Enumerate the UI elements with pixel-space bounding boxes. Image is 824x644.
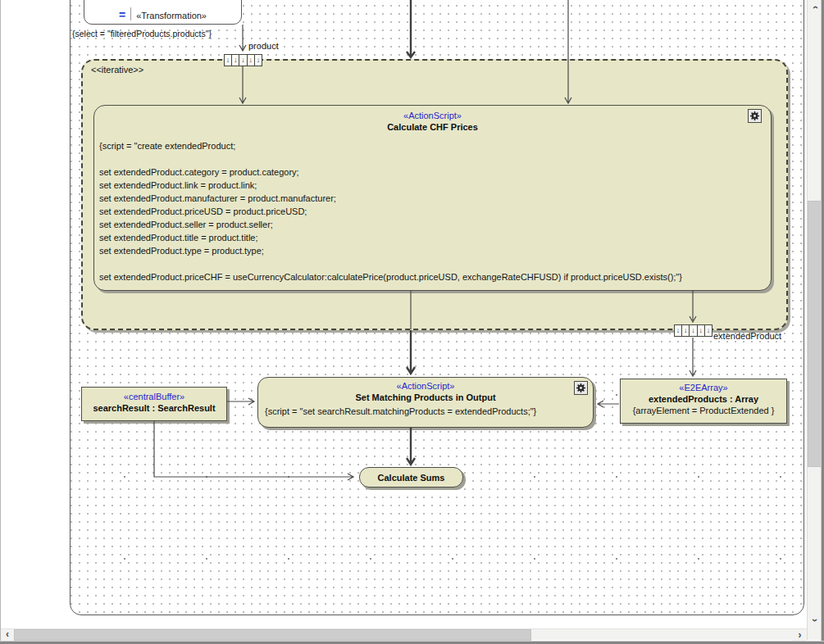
gear-glyph — [576, 383, 586, 393]
chf-title: Calculate CHF Prices — [94, 121, 771, 133]
pin-arrow-icon: ↓ — [675, 325, 682, 336]
scroll-right-button[interactable]: › — [793, 629, 807, 641]
array-stereotype: «E2EArray» — [621, 382, 786, 393]
select-constraint: {select = "filteredProducts.products"} — [72, 29, 212, 39]
pin-arrow-icon: ↓ — [239, 55, 247, 66]
array-constraint: {arrayElement = ProductExtended } — [621, 405, 786, 417]
array-title: extendedProducts : Array — [621, 393, 786, 405]
chevron-down-icon: › — [809, 619, 821, 622]
extendedproducts-array-node[interactable]: «E2EArray» extendedProducts : Array {arr… — [620, 379, 787, 424]
chf-stereotype: «ActionScript» — [94, 110, 771, 121]
vertical-scroll-thumb[interactable] — [808, 201, 822, 467]
buffer-stereotype: «centralBuffer» — [82, 391, 226, 402]
scroll-up-button[interactable]: › — [808, 0, 822, 14]
pin-arrow-icon: ↓ — [255, 55, 262, 66]
transformation-node[interactable]: = «Transformation» — [84, 0, 242, 25]
horizontal-scrollbar[interactable]: › › — [0, 628, 807, 640]
calculate-chf-prices-action[interactable]: «ActionScript» Calculate CHF Prices {scr… — [93, 105, 772, 291]
action-gear-icon — [748, 109, 762, 123]
pin-arrow-icon: ↓ — [225, 55, 232, 66]
pin-arrow-icon: ↓ — [690, 325, 697, 336]
scroll-down-button[interactable]: › — [808, 613, 822, 627]
product-pin-label: product — [248, 41, 279, 51]
equals-icon: = — [119, 9, 125, 20]
horizontal-scroll-thumb[interactable] — [14, 629, 531, 641]
sums-title: Calculate Sums — [378, 472, 445, 483]
transformation-stereotype: «Transformation» — [136, 11, 207, 20]
gear-glyph — [749, 111, 760, 121]
pin-arrow-icon: ↓ — [698, 325, 705, 336]
separator — [130, 7, 131, 20]
pin-arrow-icon: ↓ — [682, 325, 690, 336]
input-expansion-node[interactable]: ↓ ↓ ↓ ↓ ↓ — [224, 54, 262, 66]
set-title: Set Matching Products in Output — [258, 392, 593, 403]
searchresult-central-buffer[interactable]: «centralBuffer» searchResult : SearchRes… — [81, 387, 227, 421]
set-script: {script = "set searchResult.matchingProd… — [258, 405, 593, 418]
buffer-title: searchResult : SearchResult — [82, 402, 226, 414]
extendedproduct-pin-label: extendedProduct — [713, 331, 781, 341]
window-border-left — [0, 0, 1, 644]
window-border-right — [821, 0, 824, 644]
chevron-up-icon: › — [809, 6, 821, 9]
pin-arrow-icon: ↓ — [248, 55, 255, 66]
vertical-scrollbar[interactable]: › › — [807, 0, 821, 640]
scroll-left-button[interactable]: › — [0, 629, 14, 641]
pin-arrow-icon: ↓ — [705, 325, 712, 336]
pin-arrow-icon: ↓ — [232, 55, 239, 66]
calculate-sums-action[interactable]: Calculate Sums — [359, 467, 463, 488]
output-expansion-node[interactable]: ↓ ↓ ↓ ↓ ↓ — [674, 324, 712, 337]
set-stereotype: «ActionScript» — [258, 380, 593, 392]
set-matching-products-action[interactable]: «ActionScript» Set Matching Products in … — [257, 377, 594, 428]
action-gear-icon — [574, 381, 588, 395]
chevron-right-icon: › — [799, 629, 802, 641]
chevron-left-icon: › — [6, 629, 9, 641]
window-border-bottom — [0, 641, 824, 644]
chf-script: {script = "create extendedProduct; set e… — [94, 139, 771, 283]
iterative-region-label: <<iterative>> — [91, 65, 143, 75]
